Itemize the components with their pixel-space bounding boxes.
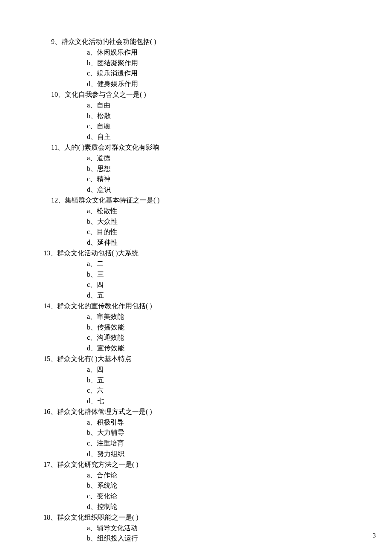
option-text: 思想 bbox=[97, 165, 111, 172]
option-text: 娱乐消遣作用 bbox=[97, 69, 138, 77]
option-text: 松散性 bbox=[97, 207, 117, 214]
option-letter: d、 bbox=[87, 397, 97, 405]
option-text: 团结凝聚作用 bbox=[97, 59, 138, 66]
option-text: 努力组织 bbox=[97, 450, 124, 457]
option-letter: d、 bbox=[87, 80, 97, 87]
page-content: 9、群众文化活动的社会功能包括( )a、休闲娱乐作用b、团结凝聚作用c、娱乐消遣… bbox=[0, 0, 392, 544]
option-letter: c、 bbox=[87, 334, 97, 341]
option-row: d、自主 bbox=[87, 132, 375, 142]
option-letter: b、 bbox=[87, 271, 97, 278]
option-row: d、意识 bbox=[87, 185, 375, 195]
option-letter: a、 bbox=[87, 49, 97, 56]
option-row: c、六 bbox=[87, 385, 375, 396]
option-letter: d、 bbox=[87, 239, 97, 246]
option-letter: b、 bbox=[87, 59, 97, 66]
question-head: 15、群众文化有( )大基本特点 bbox=[43, 354, 375, 364]
option-row: d、五 bbox=[87, 290, 375, 301]
option-row: c、沟通效能 bbox=[87, 332, 375, 343]
option-text: 六 bbox=[97, 387, 104, 394]
option-row: a、审美效能 bbox=[87, 312, 375, 322]
option-row: b、思想 bbox=[87, 164, 375, 174]
question-number: 16、 bbox=[43, 408, 57, 415]
question-options: a、辅导文化活动b、组织投入运行 bbox=[51, 523, 375, 544]
option-row: c、注重培育 bbox=[87, 438, 375, 449]
option-letter: a、 bbox=[87, 366, 97, 373]
option-row: a、辅导文化活动 bbox=[87, 523, 375, 534]
option-letter: b、 bbox=[87, 324, 97, 331]
option-row: b、五 bbox=[87, 375, 375, 386]
option-text: 控制论 bbox=[97, 503, 118, 510]
option-row: a、四 bbox=[87, 364, 375, 375]
question-number: 11、 bbox=[51, 144, 64, 151]
option-text: 传播效能 bbox=[97, 324, 124, 331]
page-number: 3 bbox=[373, 531, 376, 541]
question-head: 11、人的( )素质会对群众文化有影响 bbox=[51, 142, 375, 153]
option-letter: c、 bbox=[87, 228, 97, 235]
option-text: 合作论 bbox=[97, 471, 117, 479]
option-letter: c、 bbox=[87, 69, 97, 77]
option-text: 道德 bbox=[97, 154, 110, 162]
option-row: d、控制论 bbox=[87, 502, 375, 512]
option-row: d、努力组织 bbox=[87, 449, 375, 460]
option-row: b、传播效能 bbox=[87, 322, 375, 333]
option-row: c、变化论 bbox=[87, 491, 375, 502]
option-letter: d、 bbox=[87, 450, 97, 457]
question-head: 12、集镇群众文化基本特征之一是( ) bbox=[51, 195, 375, 206]
option-text: 精神 bbox=[97, 175, 110, 182]
option-letter: d、 bbox=[87, 344, 97, 352]
question-options: a、道德b、思想c、精神d、意识 bbox=[51, 153, 375, 195]
option-letter: c、 bbox=[87, 387, 97, 394]
option-row: b、三 bbox=[87, 269, 375, 280]
question-options: a、合作论b、系统论c、变化论d、控制论 bbox=[51, 470, 375, 512]
option-text: 审美效能 bbox=[97, 313, 124, 320]
question-head: 17、群众文化研究方法之一是( ) bbox=[43, 460, 375, 470]
question-text: 群众文化组织职能之一是( ) bbox=[57, 514, 138, 521]
option-row: c、自愿 bbox=[87, 121, 375, 132]
option-letter: c、 bbox=[87, 122, 97, 130]
option-text: 系统论 bbox=[97, 482, 118, 489]
question-options: a、积极引导b、大力辅导c、注重培育d、努力组织 bbox=[51, 417, 375, 460]
option-text: 辅导文化活动 bbox=[97, 524, 138, 532]
option-row: c、四 bbox=[87, 280, 375, 290]
question-number: 13、 bbox=[43, 249, 57, 257]
question-head: 13、群众文化活动包括( )大系统 bbox=[43, 248, 375, 259]
option-row: d、宣传效能 bbox=[87, 343, 375, 354]
option-text: 积极引导 bbox=[97, 419, 124, 426]
question-text: 群众文化活动包括( )大系统 bbox=[57, 249, 138, 257]
option-letter: a、 bbox=[87, 313, 97, 320]
option-letter: b、 bbox=[87, 429, 97, 436]
option-row: a、二 bbox=[87, 259, 375, 269]
question-text: 群众文化研究方法之一是( ) bbox=[57, 461, 138, 468]
question-head: 9、群众文化活动的社会功能包括( ) bbox=[51, 37, 375, 47]
option-text: 三 bbox=[97, 271, 104, 278]
question-number: 9、 bbox=[51, 38, 61, 45]
option-text: 沟通效能 bbox=[97, 334, 124, 341]
option-row: a、积极引导 bbox=[87, 417, 375, 428]
question-options: a、审美效能b、传播效能c、沟通效能d、宣传效能 bbox=[51, 312, 375, 354]
option-text: 大力辅导 bbox=[97, 429, 124, 436]
option-letter: a、 bbox=[87, 101, 97, 109]
option-letter: a、 bbox=[87, 471, 97, 479]
option-text: 自愿 bbox=[97, 122, 110, 130]
option-row: c、娱乐消遣作用 bbox=[87, 68, 375, 79]
option-letter: c、 bbox=[87, 439, 97, 447]
option-letter: a、 bbox=[87, 419, 97, 426]
question-number: 12、 bbox=[51, 197, 65, 204]
option-text: 组织投入运行 bbox=[97, 535, 138, 542]
question-text: 群众文化群体管理方式之一是( ) bbox=[57, 408, 152, 415]
option-text: 四 bbox=[97, 281, 104, 288]
question-options: a、休闲娱乐作用b、团结凝聚作用c、娱乐消遣作用d、健身娱乐作用 bbox=[51, 47, 375, 90]
question-text: 群众文化有( )大基本特点 bbox=[57, 355, 132, 362]
option-text: 五 bbox=[97, 292, 104, 299]
option-text: 变化论 bbox=[97, 492, 117, 500]
option-text: 大众性 bbox=[97, 218, 118, 225]
option-row: a、道德 bbox=[87, 153, 375, 164]
question-head: 16、群众文化群体管理方式之一是( ) bbox=[43, 407, 375, 417]
option-text: 健身娱乐作用 bbox=[97, 80, 138, 87]
option-letter: b、 bbox=[87, 535, 97, 542]
option-text: 松散 bbox=[97, 112, 111, 119]
question-text: 群众文化活动的社会功能包括( ) bbox=[61, 38, 156, 45]
option-letter: d、 bbox=[87, 186, 97, 193]
option-letter: d、 bbox=[87, 133, 97, 140]
option-row: b、大力辅导 bbox=[87, 428, 375, 438]
